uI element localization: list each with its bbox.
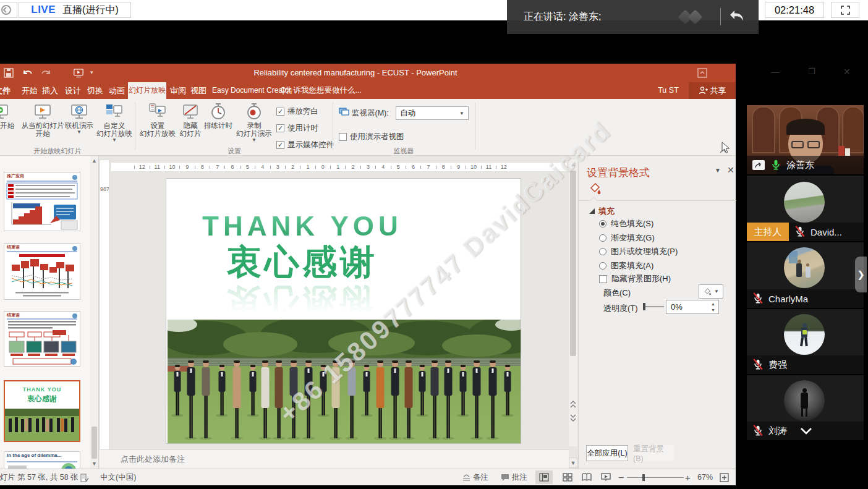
thumbnail-title: 推广应用: [7, 173, 24, 179]
scrollbar-thumb[interactable]: [570, 171, 576, 356]
tab-view[interactable]: 视图: [185, 82, 212, 99]
tab-easy-document-creator[interactable]: Easy Document Creator: [212, 82, 280, 99]
apply-all-button[interactable]: 全部应用(L): [586, 445, 628, 461]
share-button[interactable]: 共享: [689, 82, 736, 99]
slide-thumbnail-55[interactable]: 结束语: [4, 311, 80, 367]
monitor-select[interactable]: 自动 ▼: [396, 106, 469, 120]
pane-close-icon[interactable]: ✕: [727, 165, 734, 175]
next-slide-icon[interactable]: [570, 413, 576, 423]
transparency-slider-track[interactable]: [645, 306, 664, 307]
zoom-level[interactable]: 67%: [697, 469, 713, 486]
participant-tile-charlyma[interactable]: CharlyMa: [747, 242, 864, 308]
mic-muted-icon: [752, 425, 764, 437]
previous-slide-icon[interactable]: [570, 399, 576, 409]
present-online-button[interactable]: 联机演示 ▼: [64, 102, 94, 135]
start-from-beginning-button[interactable]: 从头开始: [0, 102, 20, 130]
hide-background-checkbox[interactable]: 隐藏背景图形(H): [599, 273, 671, 284]
redo-icon[interactable]: [41, 68, 51, 78]
tab-file[interactable]: 文件: [0, 82, 16, 99]
ribbon-display-options-icon[interactable]: [697, 68, 707, 78]
fill-option-pattern[interactable]: 图案填充(A): [599, 260, 653, 271]
slide-thumbnail-57-selected[interactable]: THANK YOU 衷心感谢: [4, 380, 80, 442]
slide-counter: 幻灯片 第 57 张, 共 58 张: [0, 469, 78, 486]
section-expand-icon[interactable]: [589, 208, 595, 214]
record-slideshow-button[interactable]: 录制 幻灯片演示 ▼: [234, 102, 274, 143]
slide-thumbnail-panel: 推广应用 结束语: [0, 156, 99, 469]
collapse-list-icon[interactable]: [800, 427, 812, 435]
overlay-divider: [720, 8, 721, 25]
pane-menu-caret[interactable]: ▼: [715, 167, 721, 174]
tab-animations[interactable]: 动画: [103, 82, 130, 99]
fit-slide-icon[interactable]: [720, 473, 729, 482]
slide-thumbnail-54[interactable]: 结束语: [4, 243, 80, 300]
hide-slide-button[interactable]: 隐藏 幻灯片: [177, 102, 204, 138]
thumbnail-photo: [5, 409, 79, 441]
participant-tile-tu-shandong[interactable]: 涂善东: [747, 105, 864, 174]
tell-me-box[interactable]: 告诉我您想要做什么...: [286, 82, 385, 99]
color-picker-button[interactable]: ▼: [699, 284, 723, 299]
scroll-up-icon[interactable]: ▲: [90, 158, 98, 164]
save-icon[interactable]: [4, 68, 14, 78]
play-narrations-checkbox[interactable]: ✓播放旁白: [276, 106, 318, 117]
slide-sorter-view-button[interactable]: [559, 470, 576, 484]
comments-toggle[interactable]: 批注: [501, 469, 527, 486]
vertical-ruler: 9876543210123456789: [100, 159, 109, 465]
qat-customize-caret[interactable]: ▾: [90, 69, 93, 75]
language-status[interactable]: 中文(中国): [100, 469, 136, 486]
scroll-up-icon[interactable]: ▲: [569, 161, 577, 168]
notes-toggle-label: 备注: [473, 469, 488, 486]
back-button[interactable]: [0, 2, 17, 18]
slide-thumbnail-53[interactable]: 推广应用: [4, 172, 80, 231]
fill-option-picture[interactable]: 图片或纹理填充(P): [599, 246, 678, 257]
group-divider: [135, 103, 135, 150]
presenter-view-checkbox[interactable]: 使用演示者视图: [339, 132, 404, 142]
transparency-slider-thumb[interactable]: [643, 303, 645, 310]
scrollbar-thumb[interactable]: [91, 427, 97, 459]
fill-option-gradient[interactable]: 渐变填充(G): [599, 232, 655, 244]
host-badge: 主持人: [747, 223, 789, 241]
rehearse-timings-button[interactable]: 排练计时: [203, 102, 234, 130]
thumbnails-scrollbar[interactable]: ▲ ▼: [90, 156, 98, 469]
start-from-current-button[interactable]: 从当前幻灯片 开始: [21, 102, 64, 138]
monitor-label: 监视器(M):: [352, 108, 389, 119]
zoom-slider-thumb[interactable]: [642, 474, 645, 481]
undo-icon[interactable]: [22, 68, 33, 78]
reply-arrow-icon[interactable]: [728, 9, 747, 25]
fill-bucket-tab-icon[interactable]: [588, 182, 602, 195]
participant-tile-feiqiang[interactable]: 费强: [747, 309, 864, 374]
spellcheck-icon[interactable]: [80, 474, 89, 482]
slide-scrollbar[interactable]: ▲: [569, 159, 577, 446]
fullscreen-button[interactable]: [831, 2, 859, 18]
expand-sidebar-button[interactable]: ❯: [855, 257, 867, 292]
account-name[interactable]: Tu ST: [653, 82, 684, 99]
participant-tile-david[interactable]: 主持人 David...: [747, 176, 864, 241]
slideshow-view-button[interactable]: [597, 470, 615, 484]
zoom-out-button[interactable]: −: [618, 469, 624, 486]
zoom-slider-track[interactable]: [627, 477, 684, 478]
fill-option-solid[interactable]: 纯色填充(S): [599, 218, 653, 229]
notes-pane[interactable]: 点击此处添加备注: [100, 449, 569, 469]
tab-slideshow[interactable]: 幻灯片放映: [128, 82, 166, 99]
notes-scroll-down[interactable]: ▼: [569, 457, 577, 468]
dropdown-caret: ▼: [112, 138, 117, 143]
notes-toggle[interactable]: 备注: [462, 469, 488, 486]
chevron-down-icon: ▼: [714, 289, 719, 294]
reset-background-button[interactable]: 重置背景(B): [633, 445, 674, 461]
participant-tile-liutao[interactable]: 刘涛: [747, 375, 864, 440]
use-timings-checkbox[interactable]: ✓使用计时: [276, 123, 318, 134]
zoom-in-button[interactable]: +: [685, 469, 691, 486]
transparency-label: 透明度(T): [603, 303, 638, 314]
screen-sharing-icon: [752, 159, 765, 171]
spinner-arrows[interactable]: ▲▼: [711, 301, 715, 313]
setup-slideshow-button[interactable]: 设置 幻灯片放映: [140, 102, 176, 138]
start-slideshow-qat-icon[interactable]: [73, 67, 84, 79]
custom-slideshow-button[interactable]: 自定义 幻灯片放映 ▼: [95, 102, 134, 143]
scroll-down-icon[interactable]: ▼: [90, 461, 98, 467]
slide-canvas[interactable]: THANK YOU 衷心感谢 衷心感谢: [166, 178, 521, 444]
checkbox-label: 播放旁白: [287, 106, 318, 117]
normal-view-button[interactable]: [535, 470, 553, 484]
button-label: 隐藏 幻灯片: [180, 122, 202, 138]
reading-view-button[interactable]: [578, 470, 595, 484]
transparency-value-spinner[interactable]: 0% ▲▼: [666, 300, 719, 314]
radio-icon: [599, 220, 606, 227]
